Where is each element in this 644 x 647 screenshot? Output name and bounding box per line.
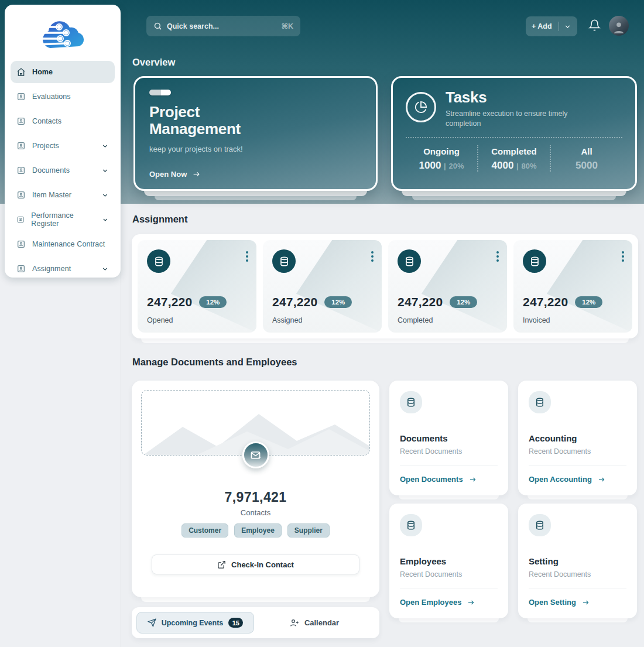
tasks-gauge-badge — [406, 92, 436, 122]
sidebar-item-evaluations[interactable]: Evaluations — [11, 85, 115, 108]
open-setting-link[interactable]: Open Setting — [529, 598, 590, 607]
divider — [529, 465, 626, 465]
open-documents-link[interactable]: Open Documents — [400, 475, 477, 484]
database-icon — [529, 256, 540, 267]
contacts-count: 7,971,421 — [132, 489, 379, 505]
divider — [400, 588, 498, 588]
notifications-button[interactable] — [588, 19, 601, 32]
card-toggle-pill[interactable] — [149, 90, 171, 95]
tasks-stats: Ongoing 1000 | 20% Completed 4000 | 80% … — [406, 145, 622, 172]
card-menu-button[interactable] — [619, 247, 626, 266]
sidebar-item-maintenance-contract[interactable]: Maintenance Contract — [11, 233, 115, 255]
mail-plus-badge[interactable] — [242, 441, 269, 468]
database-badge — [529, 391, 551, 413]
mail-plus-icon — [250, 450, 261, 461]
stat-label: All — [551, 146, 622, 156]
sidebar-item-contacts[interactable]: Contacts — [11, 110, 115, 132]
database-icon — [406, 397, 416, 408]
sidebar-item-projects[interactable]: Projects — [11, 135, 115, 157]
sidebar-item-label: Performance Register — [31, 211, 95, 228]
assignment-card-assigned: 247,22012% Assigned — [263, 240, 382, 333]
cloud-circuit-logo-icon — [28, 15, 97, 53]
database-badge — [398, 249, 421, 273]
dotted-divider — [406, 137, 622, 138]
chevron-down-icon — [564, 23, 571, 30]
database-icon — [535, 397, 545, 408]
assignment-value: 247,220 — [147, 295, 192, 309]
user-plus-icon — [290, 618, 299, 628]
open-employees-link[interactable]: Open Employees — [400, 598, 475, 607]
employees-card: Employees Recent Documents Open Employee… — [389, 504, 508, 618]
assignment-label: Opened — [147, 316, 173, 324]
assignment-section-title: Assignment — [132, 214, 187, 225]
check-in-contact-button[interactable]: Check-In Contact — [152, 554, 359, 574]
search-shortcut: ⌘K — [281, 22, 293, 30]
card-menu-button[interactable] — [369, 247, 376, 266]
search-input[interactable]: Quick search... ⌘K — [146, 16, 300, 36]
tag-supplier: Supplier — [287, 523, 330, 538]
arrow-right-icon — [191, 170, 201, 178]
tasks-card-title: Tasks — [446, 88, 580, 107]
tasks-card-subtitle: Streamline execution to ensure timely co… — [446, 109, 580, 129]
assignment-label: Completed — [398, 316, 433, 324]
pie-gauge-icon — [415, 101, 427, 114]
database-badge — [147, 249, 170, 273]
tasks-card: Tasks Streamline execution to ensure tim… — [391, 76, 637, 191]
add-button[interactable]: + Add — [526, 16, 577, 36]
sidebar-item-performance-register[interactable]: Performance Register — [11, 208, 115, 231]
card-stack-strip — [141, 597, 370, 602]
sidebar-item-item-master[interactable]: Item Master — [11, 184, 115, 206]
events-count-badge: 15 — [228, 618, 243, 628]
contact-card-icon — [16, 215, 25, 224]
project-card-title: Project Management — [149, 104, 278, 138]
card-subtitle: Recent Documents — [529, 570, 626, 578]
chevron-down-icon — [101, 191, 109, 199]
stat-separator: | — [516, 162, 519, 170]
events-calendar-bar: Upcoming Events 15 Callendar — [132, 607, 379, 638]
project-management-card: Project Management keep your projects on… — [133, 76, 378, 191]
calendar-button[interactable]: Callendar — [254, 618, 375, 628]
sidebar-item-label: Projects — [32, 142, 59, 150]
search-icon — [153, 22, 162, 30]
stat-all: All 5000 — [550, 145, 622, 172]
sidebar-item-home[interactable]: Home — [11, 61, 115, 83]
assignment-card-invoiced: 247,22012% Invoiced — [513, 240, 632, 333]
database-badge — [400, 391, 422, 413]
card-stack-strip — [527, 618, 628, 622]
assignment-label: Invoiced — [523, 316, 550, 324]
manage-section-title: Manage Documents and Employees — [132, 357, 297, 368]
open-now-link[interactable]: Open Now — [149, 170, 201, 179]
upcoming-events-button[interactable]: Upcoming Events 15 — [136, 612, 254, 634]
tag-employee: Employee — [234, 523, 282, 538]
sidebar-item-documents[interactable]: Documents — [11, 159, 115, 182]
open-link-label: Open Documents — [400, 475, 463, 484]
stat-value: 5000 — [576, 160, 598, 171]
divider — [529, 588, 626, 588]
database-icon — [406, 520, 416, 530]
tag-customer: Customer — [181, 523, 228, 538]
assignment-card-opened: 247,22012% Opened — [138, 240, 256, 333]
home-icon — [16, 67, 26, 77]
card-menu-button[interactable] — [494, 247, 501, 266]
contact-type-tags: Customer Employee Supplier — [132, 523, 379, 538]
database-badge — [400, 514, 422, 536]
card-stack-strip — [144, 191, 367, 196]
chevron-down-icon — [101, 265, 109, 273]
contact-card-icon — [16, 190, 26, 200]
arrow-right-icon — [468, 476, 477, 483]
sidebar-item-assignment[interactable]: Assignment — [11, 258, 115, 280]
card-menu-button[interactable] — [244, 247, 251, 266]
open-accounting-link[interactable]: Open Accounting — [529, 475, 606, 484]
sidebar-item-label: Item Master — [32, 191, 71, 199]
card-title: Documents — [400, 433, 498, 443]
stat-ongoing: Ongoing 1000 | 20% — [406, 145, 477, 172]
percent-badge: 12% — [575, 296, 602, 308]
external-link-icon — [217, 560, 226, 569]
calendar-label: Callendar — [304, 618, 339, 627]
brand-logo — [11, 15, 115, 53]
accounting-card: Accounting Recent Documents Open Account… — [518, 381, 637, 495]
user-avatar[interactable] — [609, 16, 629, 36]
database-badge — [529, 514, 551, 536]
contacts-card: 7,971,421 Contacts Customer Employee Sup… — [132, 381, 379, 597]
stat-value: 1000 — [419, 160, 441, 171]
